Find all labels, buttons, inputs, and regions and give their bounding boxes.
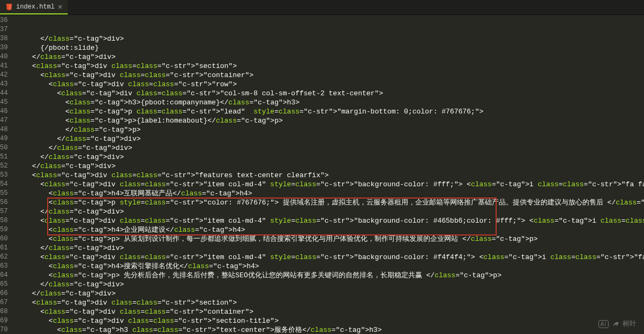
code-line[interactable]: </class="c-tag">div>	[12, 280, 644, 289]
code-line[interactable]: <class="c-tag">div class=class="c-str">"…	[12, 316, 644, 325]
code-line[interactable]: </class="c-tag">div>	[12, 207, 644, 216]
code-line[interactable]: <class="c-tag">div class=class="c-str">"…	[12, 307, 644, 316]
line-number-gutter: 3637383940414243444546474849505152535455…	[0, 15, 12, 334]
code-line[interactable]: <class="c-tag">div class=class="c-str">"…	[12, 216, 644, 225]
code-line[interactable]: <class="c-tag">div class=class="c-str">"…	[12, 253, 644, 262]
tab-label: index.html	[16, 3, 55, 11]
code-editor: 3637383940414243444546474849505152535455…	[0, 15, 644, 334]
code-line[interactable]: </class="c-tag">div>	[12, 162, 644, 171]
watermark: AI 树叶	[598, 319, 636, 329]
code-line[interactable]: <class="c-tag">h3 class=class="c-str">"t…	[12, 325, 644, 334]
code-line[interactable]: <class="c-tag">p> 从策划到设计制作，每一步都追求做到细腻，结合…	[12, 234, 644, 244]
tab-index-html[interactable]: index.html ✕	[0, 0, 68, 14]
code-line[interactable]: </class="c-tag">div>	[12, 134, 644, 143]
code-area[interactable]: </class="c-tag">div> {/pboot:slide} </cl…	[12, 15, 644, 334]
code-line[interactable]: <class="c-tag">p>{label:homeabout}</clas…	[12, 116, 644, 125]
code-line[interactable]: <class="c-tag">div class=class="c-str">"…	[12, 298, 644, 307]
code-line[interactable]: </class="c-tag">div>	[12, 244, 644, 253]
code-line[interactable]: {/pboot:slide}	[12, 43, 644, 52]
code-line[interactable]: <class="c-tag">div class=class="c-str">"…	[12, 89, 644, 98]
html5-icon	[5, 3, 13, 11]
code-line[interactable]: </class="c-tag">div>	[12, 34, 644, 43]
code-line[interactable]: <class="c-tag">h3>{pboot:companyname}</c…	[12, 98, 644, 107]
tab-bar: index.html ✕	[0, 0, 644, 15]
code-line[interactable]: <class="c-tag">p class=class="c-str">"le…	[12, 107, 644, 116]
code-line[interactable]: </class="c-tag">div>	[12, 153, 644, 162]
leaf-icon	[612, 320, 619, 329]
code-line[interactable]: </class="c-tag">div>	[12, 289, 644, 298]
code-line[interactable]: </class="c-tag">div>	[12, 52, 644, 62]
code-line[interactable]: <class="c-tag">h4>搜索引擎排名优化</class="c-tag…	[12, 262, 644, 271]
code-line[interactable]: </class="c-tag">p>	[12, 125, 644, 134]
code-line[interactable]: <class="c-tag">div class=class="c-str">"…	[12, 71, 644, 80]
code-line[interactable]: <class="c-tag">div class=class="c-str">"…	[12, 180, 644, 189]
watermark-badge: AI	[598, 320, 609, 328]
code-line[interactable]: </class="c-tag">div>	[12, 143, 644, 153]
watermark-text: 树叶	[623, 319, 636, 329]
code-line[interactable]: <class="c-tag">div class=class="c-str">"…	[12, 80, 644, 89]
code-line[interactable]: <class="c-tag">h4>互联网基础产品</class="c-tag"…	[12, 189, 644, 198]
close-icon[interactable]: ✕	[58, 3, 62, 11]
code-line[interactable]: <class="c-tag">div class=class="c-str">"…	[12, 62, 644, 71]
code-line[interactable]: <class="c-tag">p> 先分析后合作，先排名后付费，整站SEO优化让…	[12, 271, 644, 280]
code-line[interactable]: <class="c-tag">div class=class="c-str">"…	[12, 171, 644, 180]
code-line[interactable]: <class="c-tag">p style=class="c-str">"co…	[12, 198, 644, 207]
code-line[interactable]: <class="c-tag">h4>企业网站建设</class="c-tag">…	[12, 225, 644, 234]
